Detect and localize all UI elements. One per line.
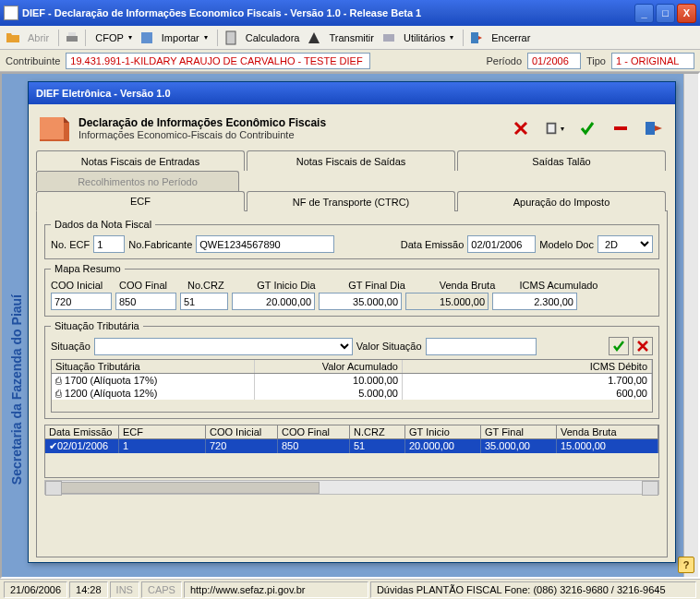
tab-talao[interactable]: Saídas Talão [457, 150, 666, 171]
help-icon[interactable]: ? [678, 557, 694, 573]
maximize-button[interactable]: □ [656, 4, 675, 23]
gt-final-input[interactable] [319, 293, 402, 310]
sit-confirm-button[interactable] [609, 337, 629, 355]
close-button[interactable]: X [677, 4, 696, 23]
cfop-icon [139, 30, 154, 45]
fieldset-mapa: Mapa Resumo COO Inicial COO Final No.CRZ… [44, 263, 659, 317]
sit-row[interactable]: ⎙ 1700 (Alíquota 17%) 10.000,00 1.700,00 [52, 374, 652, 387]
mdi-child-title: DIEF Eletrônica - Versão 1.0 [29, 82, 675, 104]
bt-h-coof: COO Final [278, 425, 350, 438]
status-date: 21/06/2006 [4, 581, 67, 598]
sit-row[interactable]: ⎙ 1200 (Alíquota 12%) 5.000,00 600,00 [52, 387, 652, 400]
tab-recolhimentos[interactable]: Recolhimentos no Período [36, 171, 239, 191]
periodo-field[interactable] [527, 53, 581, 69]
tab-ctrc[interactable]: NF de Transporte (CTRC) [247, 191, 455, 211]
legend-dados-nf: Dados da Nota Fiscal [51, 219, 155, 230]
bt-h-gtf: GT Final [481, 425, 557, 438]
tab-entradas[interactable]: Notas Fiscais de Entradas [36, 150, 245, 171]
bt-h-cooi: COO Inicial [206, 425, 278, 438]
gt-inicio-label: GT Inicio Dia [257, 280, 315, 291]
status-ins: INS [110, 581, 139, 598]
exit-icon [469, 30, 484, 45]
no-fabricante-label: No.Fabricante [128, 239, 192, 250]
sit-cell: ⎙ 1200 (Alíquota 12%) [52, 387, 255, 400]
gt-inicio-input[interactable] [232, 293, 315, 310]
no-ecf-label: No. ECF [51, 239, 90, 250]
svg-rect-7 [548, 125, 554, 133]
folder-3d-icon [36, 112, 73, 145]
venda-bruta-label: Venda Bruta [440, 280, 496, 291]
sit-cell: 5.000,00 [255, 387, 403, 400]
window-title: DIEF - Declaração de Informações Economi… [22, 7, 633, 18]
svg-rect-1 [68, 32, 76, 36]
icms-acum-input[interactable] [492, 293, 577, 310]
modelo-doc-label: Modelo Doc [539, 239, 594, 250]
header-strip: Declaração de Informações Econômico Fisc… [36, 112, 668, 145]
encerrar-button[interactable]: Encerrar [488, 30, 534, 45]
folder-icon[interactable] [6, 30, 20, 45]
valor-situacao-label: Valor Situação [356, 341, 422, 352]
bt-h-gti: GT Inicio [405, 425, 481, 438]
sit-col-2: Valor Acumulado [255, 360, 403, 373]
calculadora-button[interactable]: Calculadora [242, 30, 304, 45]
header-subtitle: Informações Economico-Fiscais do Contrib… [78, 129, 501, 140]
venda-bruta-input [405, 293, 489, 310]
utilitarios-menu[interactable]: Utilitários [400, 30, 457, 45]
tab-ecf[interactable]: ECF [36, 191, 245, 211]
fieldset-dados-nf: Dados da Nota Fiscal No. ECF No.Fabrican… [44, 219, 659, 259]
calculator-icon [223, 30, 238, 45]
data-emissao-input[interactable] [467, 235, 536, 253]
printer-icon[interactable] [65, 30, 79, 45]
legend-mapa: Mapa Resumo [51, 263, 125, 274]
tab-row-sub: ECF NF de Transporte (CTRC) Apuração do … [36, 191, 668, 211]
bt-cell: 850 [278, 439, 350, 453]
exit-door-icon[interactable] [644, 118, 664, 138]
records-row[interactable]: ✔02/01/2006 1 720 850 51 20.000,00 35.00… [45, 439, 658, 453]
modelo-doc-select[interactable]: 2D [597, 235, 653, 253]
bt-cell: 720 [206, 439, 278, 453]
tipo-field[interactable] [611, 53, 694, 69]
window-titlebar: DIEF - Declaração de Informações Economi… [0, 0, 700, 26]
no-fabricante-input[interactable] [196, 235, 334, 253]
records-table: Data Emissão ECF COO Inicial COO Final N… [44, 425, 659, 478]
app-icon [4, 6, 18, 20]
sit-trib-table: Situação Tributária Valor Acumulado ICMS… [51, 359, 653, 413]
bt-h-data: Data Emissão [45, 425, 119, 438]
contribuinte-field[interactable] [66, 53, 370, 69]
minimize-button[interactable]: _ [634, 4, 654, 23]
svg-rect-4 [383, 34, 394, 42]
tipo-label: Tipo [586, 55, 606, 66]
coo-inicial-label: COO Inicial [51, 280, 103, 291]
info-bar: Contribuinte Período Tipo [0, 50, 700, 72]
coo-inicial-input[interactable] [51, 293, 112, 310]
no-ecf-input[interactable] [93, 235, 125, 253]
notebook-icon[interactable] [544, 118, 564, 138]
status-duvidas: Dúvidas PLANTÃO FISCAL Fone: (086) 3216-… [370, 581, 696, 598]
confirm-icon[interactable] [577, 118, 597, 138]
main-toolbar: Abrir CFOP Importar Calculadora Transmit… [0, 26, 700, 50]
svg-rect-2 [141, 32, 152, 43]
importar-menu[interactable]: Importar [158, 30, 211, 45]
horizontal-scrollbar[interactable] [44, 480, 659, 495]
situacao-select[interactable] [94, 338, 353, 355]
valor-situacao-input[interactable] [426, 338, 537, 355]
sit-cancel-button[interactable] [633, 337, 653, 355]
gt-final-label: GT Final Dia [348, 280, 405, 291]
transmitir-button[interactable]: Transmitir [325, 30, 377, 45]
status-url: http://www.sefaz.pi.gov.br [184, 581, 368, 598]
status-caps: CAPS [141, 581, 182, 598]
minus-icon[interactable] [610, 118, 631, 138]
vertical-scrollbar[interactable] [683, 74, 698, 577]
cfop-menu[interactable]: CFOP [91, 30, 136, 45]
coo-final-input[interactable] [115, 293, 176, 310]
status-bar: 21/06/2006 14:28 INS CAPS http://www.sef… [0, 579, 700, 599]
sit-col-1: Situação Tributária [52, 360, 255, 373]
tab-content-ecf: Dados da Nota Fiscal No. ECF No.Fabrican… [36, 210, 668, 557]
tab-apuracao[interactable]: Apuração do Imposto [457, 191, 666, 211]
tab-saidas[interactable]: Notas Fiscais de Saídas [247, 150, 455, 171]
no-crz-input[interactable] [180, 293, 228, 310]
delete-icon[interactable] [511, 118, 531, 138]
contribuinte-label: Contribuinte [6, 55, 60, 66]
sit-cell: 600,00 [403, 387, 652, 400]
svg-rect-8 [614, 126, 627, 130]
